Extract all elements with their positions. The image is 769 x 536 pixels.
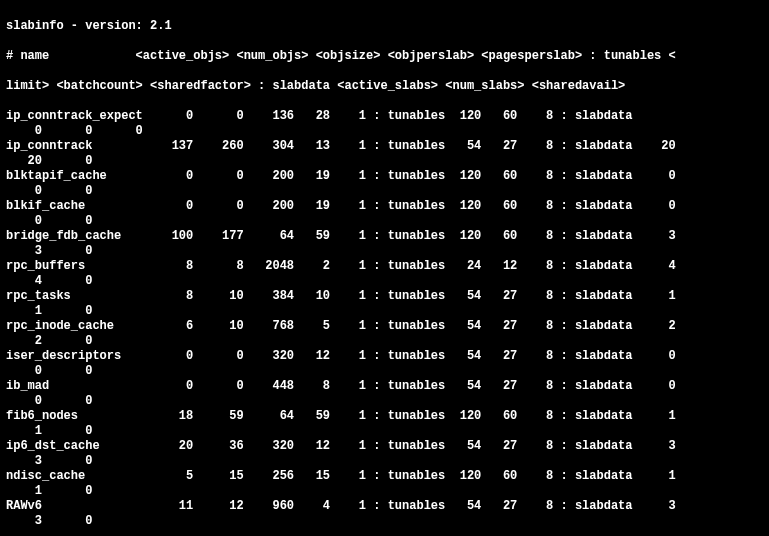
- slab-row-wrap: 0 0: [6, 214, 763, 229]
- slab-row: ndisc_cache 5 15 256 15 1 : tunables 120…: [6, 469, 763, 484]
- slab-row-wrap: 3 0: [6, 454, 763, 469]
- slab-row-wrap: 1 0: [6, 424, 763, 439]
- slab-row: blktapif_cache 0 0 200 19 1 : tunables 1…: [6, 169, 763, 184]
- slab-row: rpc_buffers 8 8 2048 2 1 : tunables 24 1…: [6, 259, 763, 274]
- slab-row: RAWv6 11 12 960 4 1 : tunables 54 27 8 :…: [6, 499, 763, 514]
- data-rows: ip_conntrack_expect 0 0 136 28 1 : tunab…: [6, 109, 763, 529]
- columns-line-2: limit> <batchcount> <sharedfactor> : sla…: [6, 79, 763, 94]
- slab-row-wrap: 0 0: [6, 184, 763, 199]
- slab-row-wrap: 0 0: [6, 394, 763, 409]
- slab-row: ip_conntrack 137 260 304 13 1 : tunables…: [6, 139, 763, 154]
- slab-row: ib_mad 0 0 448 8 1 : tunables 54 27 8 : …: [6, 379, 763, 394]
- slab-row: bridge_fdb_cache 100 177 64 59 1 : tunab…: [6, 229, 763, 244]
- slab-row-wrap: 4 0: [6, 274, 763, 289]
- slab-row: fib6_nodes 18 59 64 59 1 : tunables 120 …: [6, 409, 763, 424]
- slab-row: rpc_tasks 8 10 384 10 1 : tunables 54 27…: [6, 289, 763, 304]
- terminal-output: slabinfo - version: 2.1 # name <active_o…: [0, 0, 769, 536]
- slab-row-wrap: 0 0 0: [6, 124, 763, 139]
- version-line: slabinfo - version: 2.1: [6, 19, 763, 34]
- slab-row: iser_descriptors 0 0 320 12 1 : tunables…: [6, 349, 763, 364]
- slab-row: ip6_dst_cache 20 36 320 12 1 : tunables …: [6, 439, 763, 454]
- columns-line-1: # name <active_objs> <num_objs> <objsize…: [6, 49, 763, 64]
- slab-row-wrap: 1 0: [6, 304, 763, 319]
- slab-row-wrap: 1 0: [6, 484, 763, 499]
- slab-row-wrap: 0 0: [6, 364, 763, 379]
- slab-row-wrap: 3 0: [6, 514, 763, 529]
- slab-row: blkif_cache 0 0 200 19 1 : tunables 120 …: [6, 199, 763, 214]
- slab-row-wrap: 20 0: [6, 154, 763, 169]
- slab-row: rpc_inode_cache 6 10 768 5 1 : tunables …: [6, 319, 763, 334]
- slab-row-wrap: 3 0: [6, 244, 763, 259]
- slab-row: ip_conntrack_expect 0 0 136 28 1 : tunab…: [6, 109, 763, 124]
- slab-row-wrap: 2 0: [6, 334, 763, 349]
